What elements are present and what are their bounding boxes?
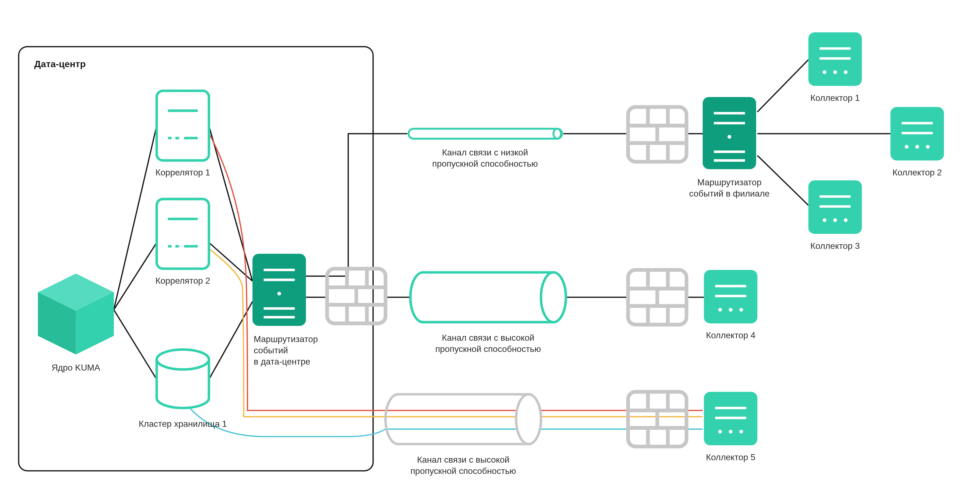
pipe-high2-l2: пропускной способностью <box>410 466 516 476</box>
edge-cyan <box>187 404 703 436</box>
svg-rect-6 <box>157 91 209 160</box>
collector1-label: Коллектор 1 <box>810 93 860 103</box>
core-label: Ядро KUMA <box>51 363 100 373</box>
pipe-low-l2: пропускной способностью <box>432 159 538 169</box>
svg-point-77 <box>823 218 827 222</box>
svg-rect-38 <box>703 97 756 169</box>
svg-point-71 <box>905 145 908 149</box>
svg-point-29 <box>553 129 561 139</box>
router-branch-l2: событий в филиале <box>689 189 770 199</box>
svg-point-90 <box>729 430 733 434</box>
router-dc-l3: в дата-центре <box>254 357 310 366</box>
svg-point-14 <box>157 349 209 369</box>
core-icon <box>38 274 114 354</box>
pipe-high2-icon <box>386 395 541 444</box>
collector3-label: Коллектор 3 <box>810 241 860 251</box>
pipe-low-icon <box>409 129 562 139</box>
svg-point-53 <box>516 395 541 444</box>
svg-point-18 <box>277 291 281 296</box>
svg-point-67 <box>844 70 848 74</box>
svg-rect-15 <box>252 254 306 326</box>
collector4-icon <box>704 270 757 323</box>
svg-point-78 <box>834 218 837 222</box>
svg-point-85 <box>740 308 743 312</box>
firewall-dc-icon <box>327 269 386 323</box>
firewall-3-icon <box>628 392 686 446</box>
svg-point-89 <box>718 430 722 434</box>
pipe-high1-icon <box>410 272 566 322</box>
firewall-1-icon <box>628 107 686 162</box>
edge-core-storage <box>114 310 157 379</box>
correlator2-label: Коррелятор 2 <box>155 276 210 286</box>
collector2-icon <box>890 107 944 160</box>
svg-point-83 <box>718 308 722 312</box>
collector3-icon <box>808 180 862 234</box>
svg-point-79 <box>844 218 848 222</box>
svg-point-65 <box>823 70 827 74</box>
router-branch-l1: Маршрутизатор <box>697 177 762 187</box>
firewall-2-icon <box>628 270 686 325</box>
collector4-label: Коллектор 4 <box>706 330 755 340</box>
edge-routerdc-lowpipe <box>306 134 407 276</box>
pipe-high1-l2: пропускной способностью <box>435 344 541 354</box>
svg-point-91 <box>740 430 743 434</box>
pipe-low-l1: Канал связи с низкой <box>442 148 528 157</box>
edge-core-corr2 <box>114 242 157 310</box>
router-dc-l2: событий <box>254 346 288 355</box>
pipe-high2-l1: Канал связи с высокой <box>417 455 509 465</box>
svg-point-41 <box>728 135 732 139</box>
router-dc-l1: Маршрутизатор <box>254 334 318 344</box>
svg-rect-10 <box>157 199 209 269</box>
svg-point-44 <box>541 272 566 322</box>
collector2-label: Коллектор 2 <box>892 167 942 177</box>
edge-storage-routerdc <box>209 301 252 379</box>
pipe-high1-l1: Канал связи с высокой <box>442 333 535 342</box>
svg-point-73 <box>926 145 930 149</box>
datacenter-title: Дата-центр <box>34 59 86 69</box>
correlator2-icon <box>157 199 209 269</box>
collector1-icon <box>808 32 862 86</box>
svg-point-84 <box>729 308 733 312</box>
router-dc-icon <box>252 254 306 326</box>
collector5-label: Коллектор 5 <box>706 452 755 462</box>
svg-point-66 <box>834 70 837 74</box>
edge-routerbranch-c1 <box>757 60 808 112</box>
edge-corr1-routerdc <box>209 126 252 281</box>
storage-label: Кластер хранилища 1 <box>139 419 227 429</box>
correlator1-label: Коррелятор 1 <box>155 167 210 177</box>
router-branch-icon <box>703 97 756 169</box>
architecture-diagram: Дата-центр Ядро KUMA <box>0 0 980 492</box>
storage-icon <box>157 349 209 408</box>
svg-point-72 <box>915 145 919 149</box>
collector5-icon <box>704 392 757 445</box>
edge-core-corr1 <box>114 126 157 310</box>
correlator1-icon <box>157 91 209 160</box>
